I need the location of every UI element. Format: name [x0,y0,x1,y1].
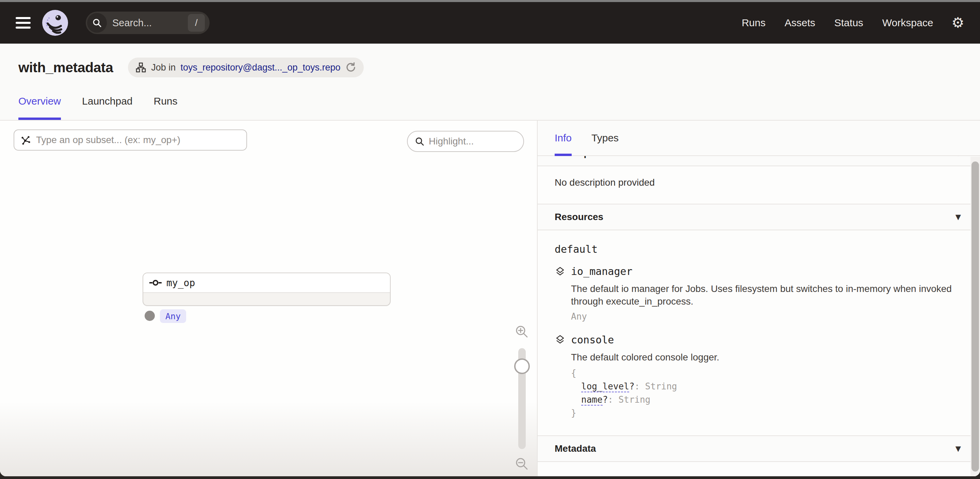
op-subset-filter [14,129,247,150]
job-badge-prefix: Job in [151,62,176,73]
info-sidebar: Info Types Description ▼ No description … [538,121,980,476]
resource-item-console: console The default colored console logg… [555,334,963,420]
global-search[interactable]: / [86,11,210,34]
op-node-my-op[interactable]: my_op [143,273,391,306]
tab-overview[interactable]: Overview [18,91,61,120]
resource-name: io_manager [571,265,633,277]
page-header: with_metadata Job in toys_repository@dag… [0,44,980,120]
main-content: my_op Any [0,120,980,476]
highlight-search-icon [414,136,425,147]
op-output-connector [145,311,155,321]
resource-item-io-manager: io_manager The default io manager for Jo… [555,265,963,322]
zoom-controls [511,324,533,471]
search-shortcut-key: / [188,14,205,32]
resource-description: The default io manager for Jobs. Uses fi… [571,283,963,308]
page-tabs: Overview Launchpad Runs [18,91,980,120]
resource-name: console [571,334,614,346]
nav-link-assets[interactable]: Assets [785,17,815,29]
section-header-description[interactable]: Description ▼ [538,156,980,166]
zoom-slider-handle[interactable] [514,358,530,374]
app-window: / Runs Assets Status Workspace ⚙ with_me… [0,2,980,476]
job-graph-icon [135,62,146,73]
page-title: with_metadata [18,60,113,76]
graph-panel: my_op Any [0,121,538,476]
zoom-in-button[interactable] [514,324,530,339]
sidebar-tab-info[interactable]: Info [555,121,572,155]
resource-layers-icon [555,266,566,277]
settings-gear-icon[interactable]: ⚙ [951,16,964,30]
op-node-name: my_op [166,277,195,289]
config-field: name?: String [571,393,963,406]
nav-links: Runs Assets Status Workspace [742,17,933,29]
sidebar-scrollbar-thumb[interactable] [972,161,979,471]
resources-body: default io_manager The default io ma [538,230,980,436]
metadata-body: owner data team link https://dagster.io [538,462,980,476]
zoom-out-button[interactable] [514,457,530,471]
reload-repository-button[interactable] [345,62,356,73]
resource-layers-icon [555,334,566,345]
nav-link-runs[interactable]: Runs [742,17,765,29]
screen: / Runs Assets Status Workspace ⚙ with_me… [0,0,980,479]
section-header-resources[interactable]: Resources ▼ [538,204,980,230]
job-location-badge: Job in toys_repository@dagst..._op_toys.… [128,57,363,77]
resource-type: Any [571,311,963,322]
chevron-down-icon: ▼ [956,156,961,157]
zoom-slider[interactable] [518,348,526,449]
sidebar-tab-types[interactable]: Types [592,121,619,155]
sidebar-scroll-area: Description ▼ No description provided Re… [538,156,980,476]
chevron-down-icon: ▼ [956,445,961,453]
op-output-type-badge[interactable]: Any [160,309,186,323]
chevron-down-icon: ▼ [956,213,961,221]
hamburger-menu-icon[interactable] [16,17,30,29]
metadata-row-owner: owner data team [555,476,963,476]
top-navigation-bar: / Runs Assets Status Workspace ⚙ [0,2,980,44]
highlight-filter [407,131,524,152]
nav-link-workspace[interactable]: Workspace [882,17,933,29]
dagster-logo[interactable] [41,9,69,37]
nav-link-status[interactable]: Status [834,17,863,29]
sidebar-tabs: Info Types [538,121,980,156]
config-key[interactable]: log_level [581,381,629,393]
search-icon [87,13,107,33]
config-field: log_level?: String [571,380,963,393]
op-icon [149,279,162,286]
config-key[interactable]: name [581,394,603,406]
description-body: No description provided [538,166,980,204]
repository-link[interactable]: toys_repository@dagst..._op_toys.repo [180,62,340,73]
resource-group-name: default [555,243,963,255]
tab-launchpad[interactable]: Launchpad [82,91,132,120]
tab-runs[interactable]: Runs [154,91,178,120]
sidebar-scrollbar-track[interactable] [970,157,980,476]
search-input[interactable] [107,18,188,29]
section-header-metadata[interactable]: Metadata ▼ [538,436,980,462]
resource-description: The default colored console logger. [571,351,963,364]
config-schema: { log_level?: String name?: String } [571,367,963,420]
highlight-input[interactable] [429,136,517,147]
op-subset-input[interactable] [36,134,240,145]
canvas-fade [0,401,537,476]
description-text: No description provided [555,177,963,188]
op-selector-icon [21,134,31,145]
